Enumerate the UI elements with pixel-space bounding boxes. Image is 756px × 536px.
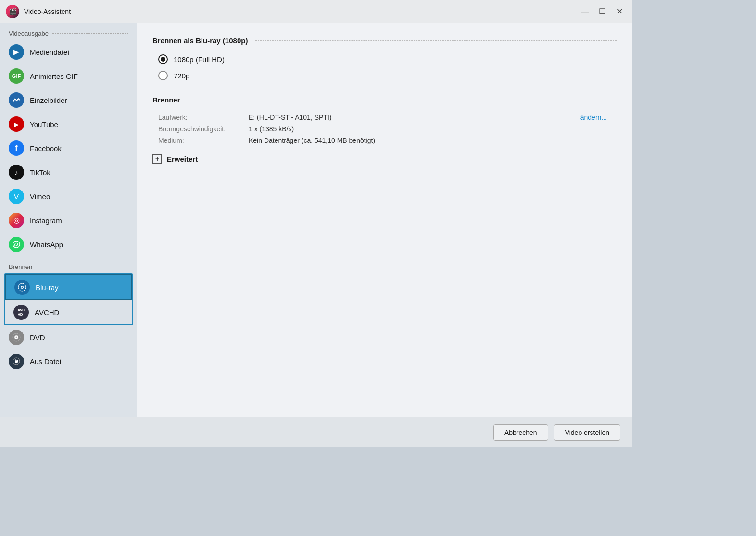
svg-rect-9 bbox=[16, 359, 17, 361]
laufwerk-label: Laufwerk: bbox=[158, 114, 245, 121]
instagram-label: Instagram bbox=[30, 217, 62, 225]
avchd-label: AVCHD bbox=[35, 308, 59, 317]
burn-group: Blu-ray AVCHD AVCHD bbox=[4, 273, 133, 325]
radio-720p[interactable]: 720p bbox=[158, 71, 617, 80]
sidebar-item-dvd[interactable]: DVD bbox=[0, 325, 137, 349]
instagram-icon: ◎ bbox=[9, 213, 24, 228]
erweitert-divider-line bbox=[205, 159, 617, 159]
maximize-button[interactable]: ☐ bbox=[595, 5, 609, 18]
vimeo-label: Vimeo bbox=[30, 192, 50, 201]
youtube-icon: ▶ bbox=[9, 116, 24, 132]
facebook-icon: f bbox=[9, 140, 24, 156]
gif-icon: GIF bbox=[9, 68, 24, 84]
youtube-label: YouTube bbox=[30, 120, 58, 128]
cancel-button[interactable]: Abbrechen bbox=[493, 424, 548, 441]
tiktok-icon: ♪ bbox=[9, 165, 24, 180]
laufwerk-row: Laufwerk: E: (HL-DT-ST - A101, SPTI) änd… bbox=[158, 114, 617, 121]
sidebar-item-einzelbilder[interactable]: Einzelbilder bbox=[0, 88, 137, 112]
mediendatei-label: Mediendatei bbox=[30, 48, 69, 56]
radio-circle-1080p bbox=[158, 54, 168, 64]
bottom-bar: Abbrechen Video erstellen bbox=[0, 417, 632, 447]
gif-label: Animiertes GIF bbox=[30, 72, 78, 80]
laufwerk-value: E: (HL-DT-ST - A101, SPTI) bbox=[249, 114, 331, 121]
geschwindigkeit-label: Brenngeschwindigkeit: bbox=[158, 125, 245, 133]
svg-point-3 bbox=[22, 287, 23, 288]
radio-label-1080p: 1080p (Full HD) bbox=[174, 55, 225, 64]
geschwindigkeit-row: Brenngeschwindigkeit: 1 x (1385 kB/s) bbox=[158, 125, 617, 133]
create-video-button[interactable]: Video erstellen bbox=[554, 424, 620, 441]
aus-datei-icon bbox=[9, 354, 24, 369]
geschwindigkeit-value: 1 x (1385 kB/s) bbox=[249, 125, 294, 133]
sidebar-item-youtube[interactable]: ▶ YouTube bbox=[0, 112, 137, 136]
erweitert-section: + Erweitert bbox=[152, 154, 617, 164]
avchd-icon: AVCHD bbox=[13, 305, 29, 320]
erweitert-label: Erweitert bbox=[167, 155, 198, 163]
whatsapp-label: WhatsApp bbox=[30, 241, 63, 249]
sidebar-item-blu-ray[interactable]: Blu-ray bbox=[5, 274, 132, 300]
vimeo-icon: V bbox=[9, 189, 24, 204]
whatsapp-icon bbox=[9, 237, 24, 252]
sidebar-section-brennen: Brennen bbox=[0, 256, 137, 273]
facebook-label: Facebook bbox=[30, 144, 62, 153]
blu-ray-section-title: Brennen als Blu-ray (1080p) bbox=[152, 37, 248, 45]
bluray-label: Blu-ray bbox=[36, 283, 59, 292]
aendern-link[interactable]: ändern... bbox=[580, 114, 617, 121]
aus-datei-label: Aus Datei bbox=[30, 357, 61, 366]
erweitert-toggle[interactable]: + bbox=[152, 154, 162, 164]
brenner-divider-line bbox=[188, 100, 617, 100]
einzelbilder-label: Einzelbilder bbox=[30, 96, 67, 104]
dvd-label: DVD bbox=[30, 333, 45, 342]
tiktok-label: TikTok bbox=[30, 168, 50, 177]
sidebar-item-whatsapp[interactable]: WhatsApp bbox=[0, 232, 137, 256]
dvd-icon bbox=[9, 330, 24, 345]
brenner-title: Brenner bbox=[152, 96, 180, 104]
main-layout: Videoausgabe ▶ Mediendatei GIF Animierte… bbox=[0, 23, 632, 417]
einzelbilder-icon bbox=[9, 92, 24, 108]
app-icon: 🎬 bbox=[6, 5, 19, 18]
brenner-info-table: Laufwerk: E: (HL-DT-ST - A101, SPTI) änd… bbox=[152, 114, 617, 144]
svg-point-0 bbox=[13, 241, 20, 248]
medium-value: Kein Datenträger (ca. 541,10 MB benötigt… bbox=[249, 137, 375, 144]
blu-ray-section-header: Brennen als Blu-ray (1080p) bbox=[152, 37, 617, 45]
mediendatei-icon: ▶ bbox=[9, 44, 24, 60]
resolution-radio-group: 1080p (Full HD) 720p bbox=[152, 54, 617, 80]
radio-label-720p: 720p bbox=[174, 72, 189, 80]
sidebar: Videoausgabe ▶ Mediendatei GIF Animierte… bbox=[0, 23, 137, 417]
sidebar-item-avchd[interactable]: AVCHD AVCHD bbox=[5, 300, 132, 324]
brenner-section: Brenner Laufwerk: E: (HL-DT-ST - A101, S… bbox=[152, 96, 617, 154]
minimize-button[interactable]: — bbox=[578, 5, 592, 18]
radio-1080p[interactable]: 1080p (Full HD) bbox=[158, 54, 617, 64]
title-bar: 🎬 Video-Assistent — ☐ ✕ bbox=[0, 0, 632, 23]
sidebar-item-aus-datei[interactable]: Aus Datei bbox=[0, 349, 137, 373]
section-divider-line bbox=[255, 40, 617, 41]
sidebar-item-mediendatei[interactable]: ▶ Mediendatei bbox=[0, 40, 137, 64]
bluray-icon bbox=[14, 280, 30, 295]
content-area: Brennen als Blu-ray (1080p) 1080p (Full … bbox=[137, 23, 632, 417]
sidebar-item-instagram[interactable]: ◎ Instagram bbox=[0, 208, 137, 232]
sidebar-item-facebook[interactable]: f Facebook bbox=[0, 136, 137, 160]
brenner-section-header: Brenner bbox=[152, 96, 617, 104]
sidebar-item-vimeo[interactable]: V Vimeo bbox=[0, 184, 137, 208]
svg-point-6 bbox=[16, 337, 17, 338]
app-title: Video-Assistent bbox=[24, 8, 578, 15]
window-controls: — ☐ ✕ bbox=[578, 5, 626, 18]
close-button[interactable]: ✕ bbox=[613, 5, 626, 18]
sidebar-section-videoausgabe: Videoausgabe bbox=[0, 23, 137, 40]
radio-circle-720p bbox=[158, 71, 168, 80]
sidebar-item-tiktok[interactable]: ♪ TikTok bbox=[0, 160, 137, 184]
medium-label: Medium: bbox=[158, 137, 245, 144]
sidebar-item-animiertes-gif[interactable]: GIF Animiertes GIF bbox=[0, 64, 137, 88]
medium-row: Medium: Kein Datenträger (ca. 541,10 MB … bbox=[158, 137, 617, 144]
